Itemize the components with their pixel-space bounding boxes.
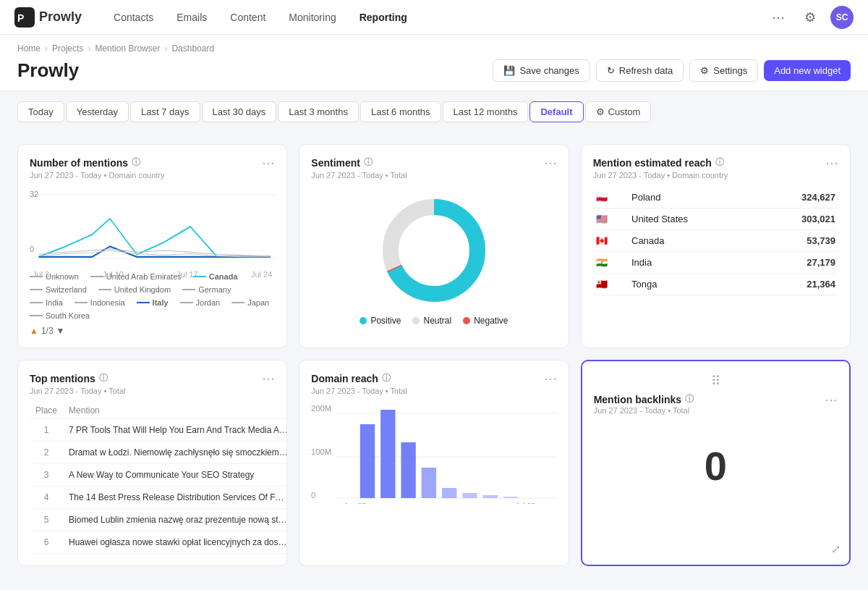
reach-country-1: United States [629, 208, 757, 230]
pagination-up-icon[interactable]: ▲ [30, 326, 38, 336]
page-title: Prowly [17, 59, 79, 82]
reach-flag-4: 🇹🇴 [593, 274, 629, 295]
custom-filter-icon: ⚙ [596, 106, 605, 117]
reach-country-4: Tonga [629, 274, 757, 295]
mention-text-1: Dramat w Łodzi. Niemowlę zachłysnęło się… [63, 442, 287, 464]
app-logo: P Prowly [14, 7, 82, 28]
backlinks-info-icon[interactable]: ⓘ [685, 393, 694, 405]
breadcrumb-projects[interactable]: Projects [52, 43, 83, 54]
svg-rect-17 [442, 488, 456, 498]
nav-monitoring[interactable]: Monitoring [280, 7, 344, 28]
legend-indonesia: Indonesia [75, 298, 125, 307]
filter-7days[interactable]: Last 7 days [130, 101, 200, 122]
domain-reach-title: Domain reach ⓘ [311, 372, 391, 384]
backlinks-header: ⠿ [594, 373, 838, 389]
svg-text:100M: 100M [311, 448, 331, 456]
legend-line-uk [98, 289, 111, 290]
sentiment-menu-button[interactable]: ⋯ [544, 156, 557, 169]
gear-icon: ⚙ [700, 65, 709, 76]
sentiment-info-icon[interactable]: ⓘ [364, 156, 373, 169]
mentions-legend: Unknown United Arab Emirates Canada Swit… [30, 272, 275, 320]
reach-value-4: 21,364 [757, 274, 838, 295]
mentions-title: Number of mentions ⓘ [30, 156, 140, 169]
reach-country-0: Poland [629, 187, 757, 208]
dashboard: Number of mentions ⓘ ⋯ Jun 27 2023 - Tod… [0, 132, 868, 578]
mention-place-2: 3 [30, 464, 63, 486]
mention-row-0: 1 7 PR Tools That Will Help You Earn And… [30, 419, 287, 442]
filter-30days[interactable]: Last 30 days [202, 101, 277, 122]
filter-3months[interactable]: Last 3 months [278, 101, 359, 122]
settings-nav-button[interactable]: ⚙ [799, 6, 822, 29]
top-mentions-info-icon[interactable]: ⓘ [99, 372, 108, 384]
reach-row-4: 🇹🇴 Tonga 21,364 [593, 274, 838, 295]
top-mentions-title: Top mentions ⓘ [30, 372, 108, 384]
filter-6months[interactable]: Last 6 months [360, 101, 441, 122]
mentions-info-icon[interactable]: ⓘ [132, 156, 140, 169]
nav-content[interactable]: Content [221, 7, 274, 28]
mentions-menu-button[interactable]: ⋯ [262, 156, 275, 169]
legend-line-ch [30, 289, 43, 290]
breadcrumb: Home › Projects › Mention Browser › Dash… [17, 43, 851, 54]
breadcrumb-home[interactable]: Home [17, 43, 41, 54]
avatar[interactable]: SC [830, 6, 854, 29]
breadcrumb-mention-browser[interactable]: Mention Browser [95, 43, 160, 54]
legend-india: India [30, 298, 63, 307]
mention-place-3: 4 [30, 486, 63, 509]
svg-rect-14 [380, 410, 395, 498]
reach-menu-button[interactable]: ⋯ [825, 156, 838, 169]
legend-line-de [182, 289, 195, 290]
backlinks-menu-button[interactable]: ⋯ [825, 393, 838, 406]
expand-button[interactable]: ⤢ [831, 542, 841, 556]
settings-button[interactable]: ⚙ Settings [689, 59, 758, 82]
drag-handle-icon: ⠿ [711, 373, 720, 389]
add-widget-button[interactable]: Add new widget [764, 60, 851, 81]
x-label-3: Jul 17 [176, 270, 197, 279]
filter-yesterday[interactable]: Yesterday [66, 101, 129, 122]
filter-custom[interactable]: ⚙ Custom [585, 101, 652, 122]
reach-header: Mention estimated reach ⓘ ⋯ [593, 156, 838, 169]
time-filter-bar: Today Yesterday Last 7 days Last 30 days… [0, 91, 868, 132]
refresh-data-button[interactable]: ↻ Refresh data [596, 59, 684, 82]
more-options-button[interactable]: ⋯ [767, 6, 790, 29]
domain-reach-widget: Domain reach ⓘ ⋯ Jun 27 2023 - Today • T… [299, 360, 569, 566]
dashboard-row-1: Number of mentions ⓘ ⋯ Jun 27 2023 - Tod… [17, 144, 851, 348]
pagination-down-icon[interactable]: ▼ [56, 326, 65, 336]
header-row: Prowly 💾 Save changes ↻ Refresh data ⚙ S… [17, 59, 851, 82]
legend-germany: Germany [182, 285, 231, 294]
reach-info-icon[interactable]: ⓘ [715, 156, 724, 169]
nav-emails[interactable]: Emails [168, 7, 216, 28]
top-mentions-menu-button[interactable]: ⋯ [262, 372, 275, 385]
save-changes-button[interactable]: 💾 Save changes [493, 59, 590, 82]
mentions-y-max: 32 [30, 190, 38, 198]
top-mentions-widget: Top mentions ⓘ ⋯ Jun 27 2023 - Today • T… [17, 360, 287, 566]
x-label-1: Jul 3 [33, 270, 49, 279]
legend-line-in [30, 302, 43, 303]
filter-default[interactable]: Default [529, 101, 583, 122]
mention-text-4: Biomed Lublin zmienia nazwę oraz prezent… [63, 509, 287, 531]
mention-text-0: 7 PR Tools That Will Help You Earn And T… [63, 419, 287, 442]
domain-reach-info-icon[interactable]: ⓘ [382, 372, 391, 384]
svg-text:Jul 27: Jul 27 [516, 502, 535, 504]
nav-contacts[interactable]: Contacts [105, 7, 162, 28]
reach-row-1: 🇺🇸 United States 303,021 [593, 208, 838, 230]
legend-italy: Italy [137, 298, 169, 307]
svg-text:0: 0 [311, 492, 315, 500]
save-icon: 💾 [503, 65, 515, 76]
nav-reporting[interactable]: Reporting [351, 7, 416, 28]
legend-switzerland: Switzerland [30, 285, 87, 294]
mentions-chart: 32 0 Jul 3 Jul 10 Jul 17 J [30, 187, 275, 266]
positive-dot [359, 317, 367, 324]
filter-12months[interactable]: Last 12 months [443, 101, 529, 122]
refresh-icon: ↻ [607, 65, 615, 76]
filter-today[interactable]: Today [17, 101, 64, 122]
mentions-y-min: 0 [30, 245, 34, 253]
sentiment-title: Sentiment ⓘ [311, 156, 373, 169]
mentions-table: Place Mention Value 1 7 PR Tools That Wi… [30, 403, 287, 554]
mentions-widget: Number of mentions ⓘ ⋯ Jun 27 2023 - Tod… [17, 144, 287, 348]
backlinks-value: 0 [594, 422, 838, 509]
reach-title: Mention estimated reach ⓘ [593, 156, 724, 169]
x-label-4: Jul 24 [251, 270, 272, 279]
domain-reach-menu-button[interactable]: ⋯ [544, 372, 557, 385]
mentions-x-labels: Jul 3 Jul 10 Jul 17 Jul 24 [30, 270, 275, 279]
nav-links: Contacts Emails Content Monitoring Repor… [105, 7, 767, 28]
